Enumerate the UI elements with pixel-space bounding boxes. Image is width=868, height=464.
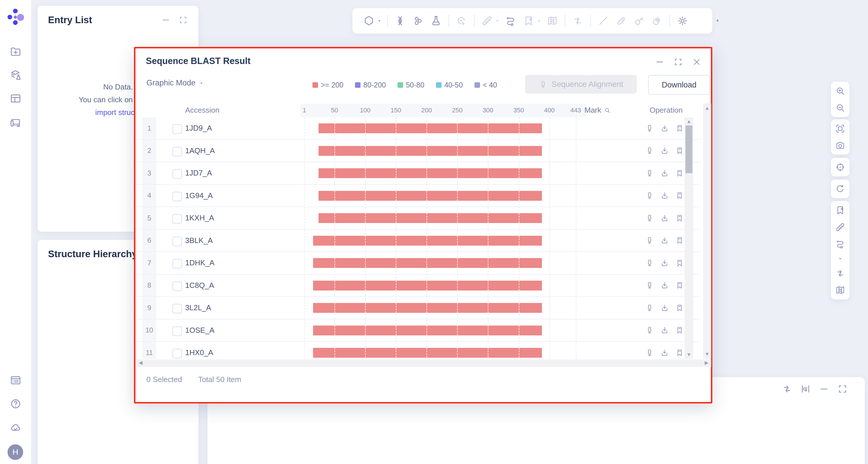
hexagon-icon[interactable] [363, 15, 375, 27]
dialog-vertical-scrollbar[interactable]: ▲ ▼ [703, 104, 711, 359]
accession-label[interactable]: 3L2L_A [185, 297, 211, 319]
accession-label[interactable]: 1JD9_A [185, 117, 212, 139]
download-op-icon[interactable] [660, 146, 669, 155]
table-vertical-scrollbar[interactable]: ▲ ▼ [685, 117, 693, 359]
row-checkbox[interactable] [173, 147, 182, 156]
row-checkbox[interactable] [173, 259, 182, 268]
line-tool-icon[interactable] [597, 15, 609, 27]
refresh-icon[interactable] [835, 184, 845, 194]
align-op-icon[interactable] [645, 124, 654, 133]
fullscreen-icon[interactable] [837, 383, 848, 395]
align-op-icon[interactable] [645, 169, 654, 178]
caret-down-icon[interactable] [536, 18, 542, 24]
sequence-alignment-button[interactable]: Sequence Alignment [525, 75, 637, 93]
target-cursor-icon[interactable] [456, 15, 467, 27]
scroll-up-arrow[interactable]: ▲ [703, 106, 711, 111]
swap-arrows-icon[interactable] [835, 268, 845, 279]
row-checkbox[interactable] [173, 326, 182, 336]
alignment-score-bar[interactable] [313, 348, 542, 358]
download-op-icon[interactable] [660, 236, 669, 245]
bookmark-op-icon[interactable] [675, 303, 684, 312]
measure-ruler-icon[interactable] [481, 15, 493, 27]
bookmark-plus-icon[interactable] [523, 15, 534, 27]
camera-icon[interactable] [835, 140, 845, 151]
table-horizontal-scrollbar[interactable]: ◀ ▶ [136, 359, 711, 367]
gear-icon[interactable] [677, 15, 688, 27]
overlap-circles-icon[interactable] [651, 15, 663, 27]
minimize-icon[interactable] [161, 15, 171, 25]
layers-flask-icon[interactable] [9, 69, 22, 81]
row-checkbox[interactable] [173, 349, 182, 358]
fullscreen-icon[interactable] [178, 15, 188, 25]
accession-label[interactable]: 1HX0_A [185, 342, 213, 359]
alignment-score-bar[interactable] [318, 146, 542, 156]
row-checkbox[interactable] [173, 214, 182, 224]
zoom-in-icon[interactable] [835, 86, 845, 96]
align-op-icon[interactable] [645, 146, 654, 155]
scroll-up-arrow[interactable]: ▲ [685, 119, 693, 124]
scroll-left-arrow[interactable]: ◀ [138, 360, 144, 368]
caret-down-icon[interactable] [837, 256, 843, 262]
row-checkbox[interactable] [173, 124, 182, 134]
align-op-icon[interactable] [645, 191, 654, 200]
bookmark-op-icon[interactable] [675, 326, 684, 335]
scrollbar-thumb[interactable] [685, 125, 692, 173]
row-checkbox[interactable] [173, 237, 182, 246]
zoom-out-icon[interactable] [835, 103, 845, 113]
accession-label[interactable]: 3BLK_A [185, 230, 213, 252]
cloud-check-icon[interactable] [9, 422, 22, 434]
dna-helix-icon[interactable] [394, 15, 406, 27]
search-icon[interactable] [603, 107, 611, 114]
toolbar-collapse-icon[interactable] [713, 17, 721, 24]
align-op-icon[interactable] [645, 348, 654, 357]
accession-label[interactable]: 1C8Q_A [185, 274, 214, 297]
accession-label[interactable]: 1G94_A [185, 185, 213, 207]
bookmark-op-icon[interactable] [675, 281, 684, 290]
bookmark-op-icon[interactable] [675, 191, 684, 200]
download-op-icon[interactable] [660, 124, 669, 133]
scroll-right-arrow[interactable]: ▶ [704, 360, 709, 368]
wrap-align-icon[interactable] [800, 383, 811, 395]
download-op-icon[interactable] [660, 259, 669, 267]
graphic-mode-dropdown[interactable]: Graphic Mode [146, 79, 204, 87]
focus-target-icon[interactable] [835, 162, 845, 172]
row-checkbox[interactable] [173, 304, 182, 313]
bookmark-op-icon[interactable] [675, 236, 684, 245]
bookmark-op-icon[interactable] [675, 259, 684, 267]
align-op-icon[interactable] [645, 303, 654, 312]
app-logo-icon[interactable] [7, 8, 24, 26]
bookmark-plus-icon[interactable] [835, 205, 845, 215]
fullscreen-icon[interactable] [673, 57, 683, 67]
caret-down-icon[interactable] [376, 18, 382, 24]
minimize-icon[interactable] [818, 383, 830, 395]
layout-table-icon[interactable] [9, 92, 22, 105]
download-op-icon[interactable] [660, 214, 669, 223]
alignment-score-bar[interactable] [318, 168, 542, 178]
key-tool-icon[interactable] [633, 15, 645, 27]
accession-label[interactable]: 1DHK_A [185, 252, 214, 274]
download-op-icon[interactable] [660, 348, 669, 357]
download-op-icon[interactable] [660, 281, 669, 290]
minimize-icon[interactable] [655, 57, 664, 67]
user-avatar[interactable]: H [7, 444, 23, 460]
pencil-tool-icon[interactable] [615, 15, 627, 27]
alignment-score-bar[interactable] [313, 258, 542, 268]
folder-plus-icon[interactable] [9, 46, 22, 58]
scroll-down-arrow[interactable]: ▼ [685, 352, 693, 357]
download-op-icon[interactable] [660, 191, 669, 200]
accession-label[interactable]: 1OSE_A [185, 319, 214, 342]
map-view-icon[interactable] [835, 285, 845, 295]
accession-label[interactable]: 1KXH_A [185, 207, 214, 229]
align-op-icon[interactable] [645, 236, 654, 245]
alignment-score-bar[interactable] [313, 236, 542, 245]
accession-label[interactable]: 1AQH_A [185, 140, 215, 162]
flask-icon[interactable] [430, 15, 442, 27]
bookmark-op-icon[interactable] [675, 214, 684, 223]
download-op-icon[interactable] [660, 326, 669, 335]
swap-arrows-icon[interactable] [572, 15, 584, 27]
alignment-score-bar[interactable] [313, 303, 542, 313]
help-circle-icon[interactable] [9, 398, 22, 410]
alignment-score-bar[interactable] [318, 191, 542, 201]
job-folder-icon[interactable]: JOB [9, 117, 22, 129]
align-op-icon[interactable] [645, 214, 654, 223]
